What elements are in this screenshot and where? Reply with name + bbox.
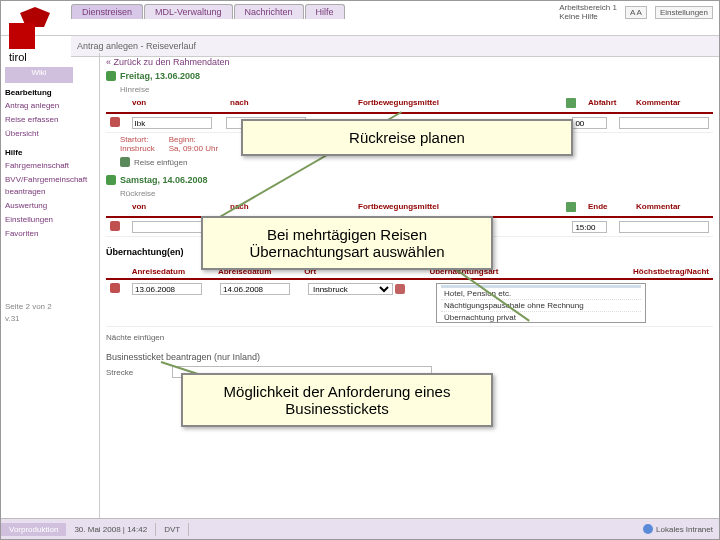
logo-text: tirol (9, 51, 27, 63)
row0-komm-input[interactable] (619, 117, 709, 129)
add-hinreise-label: Reise einfügen (134, 158, 187, 167)
day1-date: Freitag, 13.06.2008 (120, 71, 200, 81)
anreise-input[interactable] (132, 283, 202, 295)
col-fort: Fortbewegungsmittel (354, 200, 562, 216)
rueckreise-label: Rückreise (120, 189, 713, 198)
callout-businessticket: Möglichkeit der Anforderung eines Busine… (181, 373, 493, 427)
workspace-label: Arbeitsbereich 1 Keine Hilfe (559, 3, 617, 21)
startort-info: Startort: Innsbruck (120, 135, 155, 153)
col-von: von (128, 200, 226, 216)
top-right-controls: Arbeitsbereich 1 Keine Hilfe A A Einstel… (559, 3, 713, 21)
settings-link[interactable]: Einstellungen (655, 6, 713, 19)
col-kommentar: Kommentar (632, 200, 713, 216)
page-icon (566, 202, 576, 212)
tab-nachrichten[interactable]: Nachrichten (234, 4, 304, 19)
page-icon (566, 98, 576, 108)
plus-icon (120, 157, 130, 167)
footer: Vorproduktion 30. Mai 2008 | 14:42 DVT L… (1, 518, 719, 539)
calendar-icon (106, 71, 116, 81)
sidebar-item-antrag[interactable]: Antrag anlegen (5, 99, 95, 113)
sidebar-item-reise[interactable]: Reise erfassen (5, 113, 95, 127)
sidebar-header-1: Hilfe (5, 147, 95, 159)
day1-header: Freitag, 13.06.2008 (106, 71, 713, 81)
row0-time-input[interactable] (572, 117, 607, 129)
row1-von-input[interactable] (132, 221, 212, 233)
biz-strecke-label: Strecke (106, 368, 166, 377)
delete-icon[interactable] (110, 117, 120, 127)
delete-icon[interactable] (110, 221, 120, 231)
row1-time-input[interactable] (572, 221, 607, 233)
callout-rueckreise: Rückreise planen (241, 119, 573, 156)
col-hoechstbetrag: Höchstbetrag/Nacht (629, 265, 713, 278)
footer-date: 30. Mai 2008 | 14:42 (66, 523, 156, 536)
globe-icon (643, 524, 653, 534)
callout-uebernachtung: Bei mehrtägigen Reisen Übernachtungsart … (201, 216, 493, 270)
tab-hilfe[interactable]: Hilfe (305, 4, 345, 19)
ort-select[interactable]: Innsbruck (308, 283, 393, 295)
day2-date: Samstag, 14.06.2008 (120, 175, 208, 185)
row0-von-input[interactable] (132, 117, 212, 129)
accessibility-box[interactable]: A A (625, 6, 647, 19)
topbar: Dienstreisen MDL-Verwaltung Nachrichten … (1, 1, 719, 36)
col-abfahrt: Abfahrt (584, 96, 632, 112)
row1-komm-input[interactable] (619, 221, 709, 233)
sidebar-item-uebersicht[interactable]: Übersicht (5, 127, 95, 141)
beginn-info: Beginn: Sa, 09:00 Uhr (169, 135, 218, 153)
hinreise-label: Hinreise (120, 85, 713, 94)
sidebar-header-0: Bearbeitung (5, 87, 95, 99)
back-link[interactable]: « Zurück zu den Rahmendaten (106, 57, 713, 67)
logo-square (9, 23, 35, 49)
app-window: tirol Dienstreisen MDL-Verwaltung Nachri… (0, 0, 720, 540)
sidebar-item-einst[interactable]: Einstellungen (5, 213, 95, 227)
overnight-row-0: Innsbruck Hotel, Pension etc. Nächtigung… (106, 280, 713, 327)
sidebar-item-fahrg[interactable]: Fahrgemeinschaft (5, 159, 95, 173)
col-von: von (128, 96, 226, 112)
footer-intranet: Lokales Intranet (637, 522, 719, 536)
add-hinreise[interactable]: Reise einfügen (120, 157, 713, 167)
sidebar-item-fav[interactable]: Favoriten (5, 227, 95, 241)
delete-icon[interactable] (110, 283, 120, 293)
tab-dienstreisen[interactable]: Dienstreisen (71, 4, 143, 19)
calendar-icon (106, 175, 116, 185)
sidebar-item-bvv[interactable]: BVV/Fahrgemeinschaft beantragen (5, 173, 95, 199)
tab-mdl[interactable]: MDL-Verwaltung (144, 4, 233, 19)
sidebar-footnote: Seite 2 von 2 v.31 (5, 301, 95, 325)
day2-header: Samstag, 14.06.2008 (106, 175, 713, 185)
add-nights[interactable]: Nächte einfügen (106, 333, 653, 342)
sidebar-item-auswertung[interactable]: Auswertung (5, 199, 95, 213)
col-ende: Ende (584, 200, 632, 216)
ort-lookup-icon[interactable] (395, 284, 405, 294)
businessticket-title: Businessticket beantragen (nur Inland) (106, 352, 713, 362)
sidebar: Bearbeitung Antrag anlegen Reise erfasse… (1, 53, 100, 519)
footer-env: Vorproduktion (1, 523, 66, 536)
abreise-input[interactable] (220, 283, 290, 295)
main-tabs: Dienstreisen MDL-Verwaltung Nachrichten … (71, 1, 346, 19)
col-fort: Fortbewegungsmittel (354, 96, 562, 112)
col-nach: nach (226, 96, 354, 112)
footer-dvt: DVT (156, 523, 189, 536)
col-kommentar: Kommentar (632, 96, 713, 112)
tirol-logo: tirol (5, 5, 65, 65)
uart-listbox[interactable]: Hotel, Pension etc. Nächtigungspauschale… (436, 283, 646, 323)
hinreise-table-header: von nach Fortbewegungsmittel Abfahrt Kom… (106, 96, 713, 114)
